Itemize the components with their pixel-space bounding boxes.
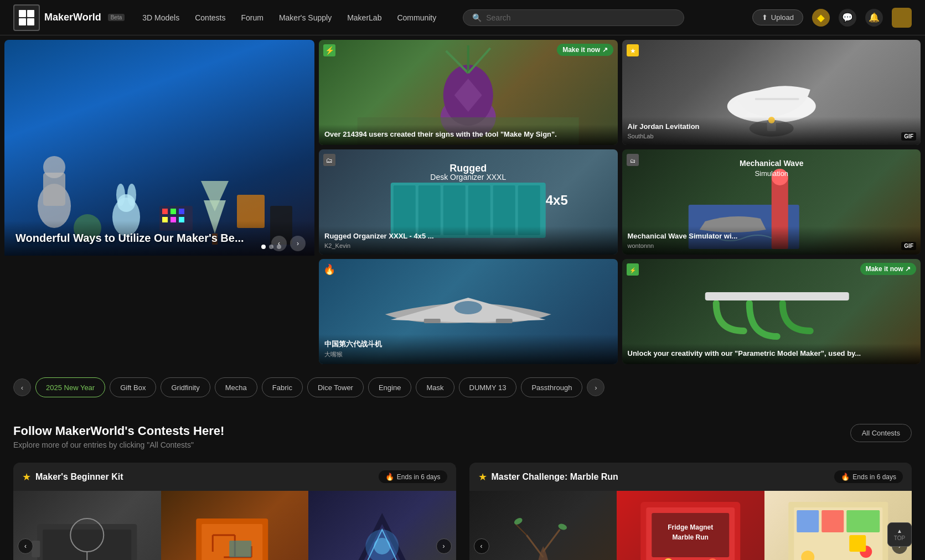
nav-3d-models[interactable]: 3D Models — [142, 13, 179, 22]
hero-grid: ⚡ Make it now ↗ Over 214394 users create… — [319, 40, 921, 364]
hero-card-5[interactable]: 🔥 中国第六代战斗机 大嘴猴 — [319, 259, 618, 364]
tag-dummy-13[interactable]: DUMMY 13 — [459, 377, 517, 397]
contests-subtitle: Explore more of our entries by clicking … — [13, 440, 224, 449]
svg-text:Rugged: Rugged — [449, 163, 487, 174]
contests-header-left: Follow MakerWorld's Contests Here! Explo… — [13, 424, 224, 449]
contest-card-1: ★ Maker's Beginner Kit 🔥 Ends in 6 days — [13, 463, 456, 560]
svg-rect-59 — [424, 319, 441, 323]
svg-rect-101 — [797, 510, 819, 532]
nav-community[interactable]: Community — [397, 13, 436, 22]
svg-text:Fridge Magnet: Fridge Magnet — [668, 523, 713, 531]
contest-card-2: ★ Master Challenge: Marble Run 🔥 Ends in… — [469, 463, 912, 560]
upload-icon: ⬆ — [762, 13, 768, 22]
hero-card-4[interactable]: Mechanical Wave Simulation 🗂 Mechanical … — [622, 149, 921, 255]
hero-card-3[interactable]: Rugged Desk Organizer XXXL 4x5 🗂 Rugged … — [319, 149, 618, 255]
contests-grid: ★ Maker's Beginner Kit 🔥 Ends in 6 days — [13, 463, 912, 560]
svg-text:Desk Organizer XXXL: Desk Organizer XXXL — [430, 173, 506, 182]
tag-gift-box[interactable]: Gift Box — [110, 377, 156, 397]
contest-1-img-2 — [161, 491, 309, 560]
contest-1-name: Maker's Beginner Kit — [35, 472, 123, 482]
svg-rect-103 — [846, 510, 880, 532]
hero-prev-button[interactable]: ‹ — [271, 236, 287, 251]
upload-button[interactable]: ⬆ Upload — [752, 9, 803, 25]
scroll-top-label: TOP — [894, 535, 905, 541]
tag-dice-tower[interactable]: Dice Tower — [307, 377, 364, 397]
svg-text:⚡: ⚡ — [325, 46, 335, 55]
svg-text:Marble Run: Marble Run — [673, 533, 709, 541]
search-bar[interactable]: 🔍 — [463, 9, 684, 26]
logo[interactable]: MakerWorld Beta — [13, 4, 125, 31]
contests-title: Follow MakerWorld's Contests Here! — [13, 424, 224, 438]
hero-card-4-info: Mechanical Wave Simulator wi... wontonnn — [622, 226, 921, 255]
tags-next-button[interactable]: › — [587, 378, 604, 396]
all-contests-button[interactable]: All Contests — [850, 424, 912, 442]
svg-rect-79 — [229, 541, 251, 557]
svg-rect-1 — [27, 10, 34, 17]
hero-main-image: Wonderful Ways to Utilize Our Maker's Be… — [4, 40, 314, 256]
contest-1-img-1: Case — [13, 491, 161, 560]
contest-2-name-row: ★ Master Challenge: Marble Run — [478, 471, 618, 483]
svg-point-89 — [513, 517, 523, 526]
search-icon: 🔍 — [472, 13, 482, 22]
contest-1-fire-icon: 🔥 — [385, 473, 394, 481]
contest-1-name-row: ★ Maker's Beginner Kit — [22, 471, 123, 483]
contest-1-next-button[interactable]: › — [436, 538, 452, 554]
tag-gridfinity[interactable]: Gridfinity — [161, 377, 210, 397]
tag-passthrough[interactable]: Passthrough — [521, 377, 582, 397]
svg-line-86 — [526, 535, 543, 557]
tags-row: ‹ 2025 New Year Gift Box Gridfinity Mech… — [0, 369, 925, 406]
contest-1-prev-button[interactable]: ‹ — [18, 538, 33, 554]
svg-text:⚡: ⚡ — [629, 267, 637, 274]
contest-2-prev-button[interactable]: ‹ — [474, 538, 489, 554]
hero-card-6[interactable]: ⚡ Make it now ↗ Unlock your creativity w… — [622, 259, 921, 364]
hero-card-1-icon: ⚡ — [323, 44, 335, 59]
svg-rect-62 — [705, 292, 849, 300]
tag-fabric[interactable]: Fabric — [262, 377, 303, 397]
svg-text:★: ★ — [629, 47, 635, 55]
hero-next-button[interactable]: › — [290, 236, 306, 251]
svg-text:Mechanical Wave: Mechanical Wave — [740, 159, 804, 168]
gif-badge-4: GIF — [901, 242, 916, 250]
nav-contests[interactable]: Contests — [195, 13, 225, 22]
scroll-top-button[interactable]: ▲ TOP — [887, 522, 912, 547]
tag-2025-new-year[interactable]: 2025 New Year — [35, 377, 105, 397]
hero-card-2[interactable]: ★ Air Jordan Levitation SouthLab GIF — [622, 40, 921, 145]
hero-dot-1[interactable] — [261, 245, 266, 249]
hero-card-4-icon: 🗂 — [627, 154, 639, 166]
brand-name: MakerWorld — [44, 12, 101, 23]
make-it-now-badge-2: Make it now ↗ — [860, 263, 916, 273]
tag-mecha[interactable]: Mecha — [215, 377, 257, 397]
gif-badge-2: GIF — [901, 132, 916, 141]
contest-1-ends-badge: 🔥 Ends in 6 days — [379, 470, 447, 483]
hero-card-5-info: 中国第六代战斗机 大嘴猴 — [319, 334, 618, 364]
contest-2-images-wrapper: Fridge Magnet Marble Run — [469, 491, 912, 560]
tag-mask[interactable]: Mask — [416, 377, 454, 397]
messages-icon[interactable]: 💬 — [839, 9, 856, 27]
svg-point-6 — [43, 156, 65, 178]
tag-engine[interactable]: Engine — [368, 377, 411, 397]
avatar[interactable] — [892, 8, 912, 28]
nav-makerlab[interactable]: MakerLab — [347, 13, 381, 22]
hero-card-5-icon: 🔥 — [323, 263, 335, 276]
nav-makers-supply[interactable]: Maker's Supply — [279, 13, 332, 22]
contest-1-images: Case — [13, 491, 456, 560]
logo-icon — [13, 4, 40, 31]
make-it-now-badge-1: Make it now ↗ — [557, 44, 613, 54]
tags-prev-button[interactable]: ‹ — [13, 378, 31, 396]
nav-links: 3D Models Contests Forum Maker's Supply … — [142, 13, 436, 22]
hero-card-3-info: Rugged Organizer XXXL - 4x5 ... K2_Kevin — [319, 226, 618, 255]
svg-text:Simulation: Simulation — [755, 169, 788, 178]
contest-2-ends-badge: 🔥 Ends in 6 days — [834, 470, 903, 483]
svg-point-61 — [454, 301, 482, 314]
hero-nav: ‹ › — [271, 236, 306, 251]
notifications-icon[interactable]: 🔔 — [865, 9, 883, 27]
svg-rect-60 — [496, 319, 513, 323]
hero-main-title: Wonderful Ways to Utilize Our Maker's Be… — [15, 232, 303, 245]
hero-card-1[interactable]: ⚡ Make it now ↗ Over 214394 users create… — [319, 40, 618, 145]
svg-rect-3 — [27, 18, 34, 25]
svg-rect-20 — [179, 209, 184, 214]
hero-main[interactable]: Wonderful Ways to Utilize Our Maker's Be… — [4, 40, 314, 364]
nav-forum[interactable]: Forum — [241, 13, 263, 22]
points-icon[interactable]: ◆ — [812, 9, 830, 27]
search-input[interactable] — [486, 13, 675, 22]
